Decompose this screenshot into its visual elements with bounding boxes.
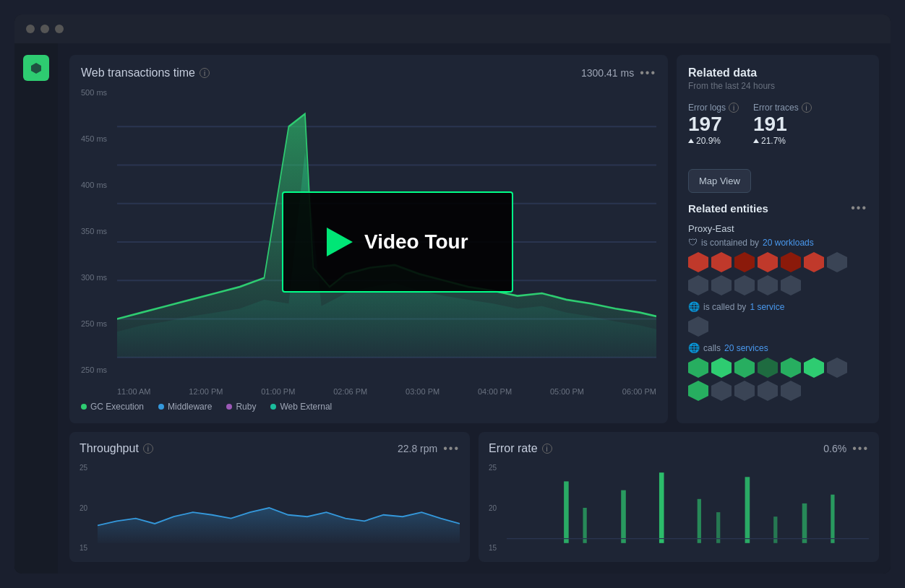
throughput-dots-menu[interactable]: ••• bbox=[443, 442, 460, 455]
error-rate-card: Error rate i 0.6% ••• 25 20 15 bbox=[479, 432, 879, 562]
call-hex-11 bbox=[758, 381, 778, 401]
workloads-hexagons bbox=[688, 252, 867, 295]
error-rate-title: Error rate bbox=[489, 442, 538, 455]
traffic-light-2 bbox=[40, 25, 49, 33]
y-label-7: 250 ms bbox=[81, 366, 107, 374]
services-count[interactable]: 20 services bbox=[724, 343, 768, 353]
error-logs-value: 197 bbox=[688, 113, 739, 136]
hex-8 bbox=[688, 275, 708, 295]
call-hex-4 bbox=[758, 358, 778, 378]
svg-marker-11 bbox=[98, 508, 460, 543]
x-label-1: 11:00 AM bbox=[117, 387, 150, 396]
chart-area: 500 ms 450 ms 400 ms 350 ms 300 ms 250 m… bbox=[81, 88, 656, 396]
service-hex-1 bbox=[688, 316, 708, 337]
throughput-y-labels: 25 20 15 bbox=[80, 464, 87, 552]
x-label-5: 03:00 PM bbox=[406, 387, 439, 396]
throughput-title-container: Throughput i bbox=[80, 442, 153, 455]
related-data-section: Related data From the last 24 hours bbox=[688, 66, 867, 91]
error-traces-arrow bbox=[753, 139, 759, 143]
svg-rect-21 bbox=[831, 495, 834, 543]
calls-hexagons bbox=[688, 358, 867, 401]
globe-icon-3: 🌐 bbox=[688, 342, 700, 353]
play-icon bbox=[327, 228, 353, 256]
error-logs-label: Error logs i bbox=[688, 103, 739, 113]
web-transactions-title: Web transactions time bbox=[81, 66, 195, 79]
error-logs-change: 20.9% bbox=[688, 136, 739, 146]
top-row: Web transactions time i 1300.41 ms ••• 5… bbox=[69, 55, 879, 423]
error-rate-svg bbox=[489, 464, 869, 552]
x-label-2: 12:00 PM bbox=[189, 387, 223, 396]
svg-rect-20 bbox=[802, 503, 807, 543]
throughput-info-icon[interactable]: i bbox=[143, 444, 153, 454]
legend-label-webexternal: Web External bbox=[280, 402, 332, 412]
svg-rect-13 bbox=[583, 508, 586, 543]
related-entities-header: Related entities ••• bbox=[688, 202, 867, 215]
workloads-count[interactable]: 20 workloads bbox=[763, 238, 814, 248]
error-logs-block: Error logs i 197 20.9% bbox=[688, 103, 739, 146]
related-data-title: Related data bbox=[688, 66, 867, 79]
proxy-east-label: Proxy-East bbox=[688, 223, 867, 234]
called-by-text: is called by bbox=[703, 302, 746, 312]
x-label-7: 05:00 PM bbox=[550, 387, 584, 396]
map-view-button[interactable]: Map View bbox=[688, 169, 751, 193]
call-hex-3 bbox=[734, 358, 755, 378]
hex-3 bbox=[734, 252, 755, 272]
chart-dots-menu[interactable]: ••• bbox=[640, 66, 656, 79]
y-label-1: 500 ms bbox=[81, 88, 107, 97]
bottom-row: Throughput i 22.8 rpm ••• 25 20 15 bbox=[69, 432, 879, 562]
x-label-4: 02:06 PM bbox=[333, 387, 367, 396]
hex-5 bbox=[781, 252, 801, 272]
chart-info-icon[interactable]: i bbox=[200, 68, 210, 78]
error-rate-chart: 25 20 15 bbox=[489, 464, 869, 552]
hex-12 bbox=[781, 275, 801, 295]
main-content: Web transactions time i 1300.41 ms ••• 5… bbox=[14, 43, 891, 574]
right-panel: Related data From the last 24 hours Erro… bbox=[677, 55, 879, 423]
chart-legend: GC Execution Middleware Ruby Web Ex bbox=[81, 402, 656, 412]
error-rate-header: Error rate i 0.6% ••• bbox=[489, 442, 869, 455]
call-hex-6 bbox=[804, 358, 824, 378]
main-chart-card: Web transactions time i 1300.41 ms ••• 5… bbox=[69, 55, 668, 423]
call-hex-9 bbox=[711, 381, 732, 401]
call-hex-1 bbox=[688, 358, 708, 378]
logo[interactable] bbox=[23, 55, 49, 81]
chart-header: Web transactions time i 1300.41 ms ••• bbox=[81, 66, 656, 79]
y-label-4: 350 ms bbox=[81, 227, 107, 235]
error-traces-block: Error traces i 191 21.7% bbox=[753, 103, 812, 146]
chart-title-container: Web transactions time i bbox=[81, 66, 210, 79]
y-label-5: 300 ms bbox=[81, 273, 107, 282]
error-rate-dots-menu[interactable]: ••• bbox=[852, 442, 869, 455]
content-area: Web transactions time i 1300.41 ms ••• 5… bbox=[58, 43, 891, 574]
y-label-6: 250 ms bbox=[81, 319, 107, 328]
throughput-title: Throughput bbox=[80, 442, 139, 455]
title-bar bbox=[14, 14, 891, 43]
y-label-2: 450 ms bbox=[81, 134, 107, 143]
globe-icon-2: 🌐 bbox=[688, 301, 700, 312]
related-entities-title: Related entities bbox=[688, 202, 768, 215]
error-rate-title-container: Error rate i bbox=[489, 442, 552, 455]
throughput-header: Throughput i 22.8 rpm ••• bbox=[80, 442, 460, 455]
svg-rect-16 bbox=[698, 499, 701, 543]
service-count[interactable]: 1 service bbox=[750, 302, 784, 312]
chart-value: 1300.41 ms bbox=[581, 67, 634, 79]
app-window: Web transactions time i 1300.41 ms ••• 5… bbox=[14, 14, 891, 574]
svg-rect-15 bbox=[659, 472, 664, 543]
calls-relation: 🌐 calls 20 services bbox=[688, 342, 867, 353]
throughput-value-container: 22.8 rpm ••• bbox=[398, 442, 460, 455]
error-logs-info[interactable]: i bbox=[729, 103, 739, 113]
error-rate-info-icon[interactable]: i bbox=[542, 444, 552, 454]
error-traces-value: 191 bbox=[753, 113, 812, 136]
contained-by-text: is contained by bbox=[701, 238, 759, 248]
related-entities-menu[interactable]: ••• bbox=[851, 202, 867, 215]
x-label-8: 06:00 PM bbox=[622, 387, 656, 396]
service-hexagons bbox=[688, 316, 867, 337]
legend-item-gc: GC Execution bbox=[81, 402, 144, 412]
video-tour-overlay[interactable]: Video Tour bbox=[282, 191, 513, 293]
throughput-value: 22.8 rpm bbox=[398, 443, 437, 454]
legend-dot-webexternal bbox=[270, 404, 276, 410]
svg-rect-18 bbox=[745, 477, 750, 543]
legend-item-ruby: Ruby bbox=[226, 402, 256, 412]
error-traces-info[interactable]: i bbox=[802, 103, 812, 113]
hex-2 bbox=[711, 252, 732, 272]
hex-4 bbox=[758, 252, 778, 272]
error-rate-y-labels: 25 20 15 bbox=[489, 464, 497, 552]
